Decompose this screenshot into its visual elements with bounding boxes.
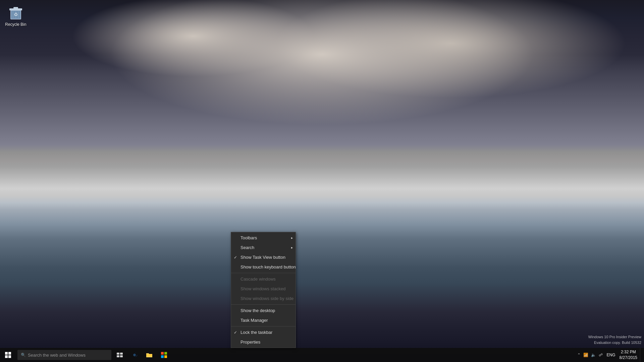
store-icon — [161, 352, 167, 358]
clock-time: 2:32 PM — [621, 349, 636, 355]
windows-build-info: Windows 10 Pro Insider Preview Evaluatio… — [588, 334, 641, 345]
taskbar-context-menu: Toolbars ▸ Search ▸ ✓ Show Task View but… — [231, 232, 296, 348]
menu-item-show-task-view[interactable]: ✓ Show Task View button — [231, 252, 296, 262]
svg-rect-12 — [161, 352, 164, 355]
system-tray: ⌃ 📶 🔈 ☍ ENG 2:32 PM 8/27/2015 — [575, 348, 644, 362]
recycle-bin-icon[interactable]: ♻ Recycle Bin — [3, 3, 28, 35]
menu-item-lock-label: Lock the taskbar — [240, 330, 272, 335]
file-explorer-button[interactable] — [142, 348, 156, 362]
menu-item-show-desktop[interactable]: Show the desktop — [231, 306, 296, 315]
volume-icon[interactable]: 🔈 — [591, 353, 596, 357]
svg-rect-3 — [13, 7, 18, 9]
language-indicator[interactable]: ENG — [605, 353, 617, 357]
menu-item-task-view-label: Show Task View button — [240, 255, 285, 260]
task-view-button[interactable] — [113, 348, 127, 362]
tray-overflow-icon[interactable]: ⌃ — [577, 353, 581, 357]
start-icon-tr — [8, 352, 11, 355]
lock-taskbar-checkmark: ✓ — [234, 330, 237, 335]
svg-rect-11 — [120, 355, 123, 357]
svg-rect-14 — [161, 355, 164, 358]
menu-item-properties-label: Properties — [240, 340, 260, 345]
menu-item-touch-keyboard[interactable]: Show touch keyboard button — [231, 262, 296, 272]
menu-item-windows-stacked: Show windows stacked — [231, 284, 296, 294]
menu-item-properties[interactable]: Properties — [231, 337, 296, 347]
menu-item-task-manager[interactable]: Task Manager — [231, 315, 296, 325]
menu-item-stacked-label: Show windows stacked — [240, 286, 285, 291]
start-icon-tl — [5, 352, 8, 355]
menu-item-toolbars[interactable]: Toolbars ▸ — [231, 233, 296, 243]
desktop: ♻ Recycle Bin Toolbars ▸ Search ▸ ✓ Show… — [0, 0, 644, 362]
menu-divider-2 — [231, 304, 296, 305]
menu-item-cascade-label: Cascade windows — [240, 277, 276, 282]
menu-item-task-manager-label: Task Manager — [240, 318, 268, 323]
svg-rect-8 — [117, 353, 119, 355]
task-view-checkmark: ✓ — [234, 255, 237, 260]
svg-rect-9 — [120, 353, 123, 355]
taskbar-search-bar[interactable]: 🔍 Search the web and Windows — [17, 350, 111, 360]
menu-item-cascade-windows: Cascade windows — [231, 274, 296, 284]
start-icon-bl — [5, 355, 8, 358]
clock-date: 8/27/2015 — [620, 355, 637, 361]
menu-item-side-label: Show windows side by side — [240, 296, 293, 301]
menu-item-lock-taskbar[interactable]: ✓ Lock the taskbar — [231, 327, 296, 337]
show-desktop-button[interactable] — [640, 348, 643, 362]
toolbars-arrow-icon: ▸ — [291, 236, 293, 240]
desktop-background — [0, 0, 644, 362]
file-explorer-icon — [146, 352, 153, 358]
menu-divider-3 — [231, 326, 296, 326]
edge-browser-button[interactable] — [127, 348, 142, 362]
menu-divider-1 — [231, 273, 296, 273]
win-info-line2: Evaluation copy. Build 10532 — [588, 340, 641, 346]
edge-icon — [131, 352, 138, 358]
action-center-icon[interactable]: ☍ — [599, 353, 603, 357]
start-icon — [5, 352, 11, 358]
taskbar: 🔍 Search the web and Windows — [0, 348, 644, 362]
taskbar-search-icon: 🔍 — [21, 353, 26, 357]
clock-area[interactable]: 2:32 PM 8/27/2015 — [617, 348, 640, 362]
svg-rect-10 — [117, 355, 119, 357]
menu-item-search-label: Search — [240, 245, 254, 250]
svg-rect-15 — [164, 355, 167, 358]
store-button[interactable] — [157, 348, 171, 362]
menu-item-windows-side: Show windows side by side — [231, 294, 296, 303]
start-icon-br — [8, 355, 11, 358]
menu-item-touch-keyboard-label: Show touch keyboard button — [240, 264, 296, 269]
menu-item-toolbars-label: Toolbars — [240, 235, 257, 240]
task-view-icon — [117, 353, 123, 357]
svg-rect-13 — [164, 352, 167, 355]
win-info-line1: Windows 10 Pro Insider Preview — [588, 334, 641, 340]
recycle-bin-graphic: ♻ — [8, 5, 24, 21]
tray-icons-area: ⌃ 📶 🔈 ☍ — [575, 353, 605, 357]
search-arrow-icon: ▸ — [291, 246, 293, 249]
start-button[interactable] — [0, 348, 16, 362]
taskbar-search-text: Search the web and Windows — [28, 353, 86, 358]
menu-item-search[interactable]: Search ▸ — [231, 243, 296, 252]
recycle-bin-label: Recycle Bin — [5, 22, 26, 27]
menu-item-desktop-label: Show the desktop — [240, 308, 275, 313]
network-icon[interactable]: 📶 — [583, 353, 588, 357]
